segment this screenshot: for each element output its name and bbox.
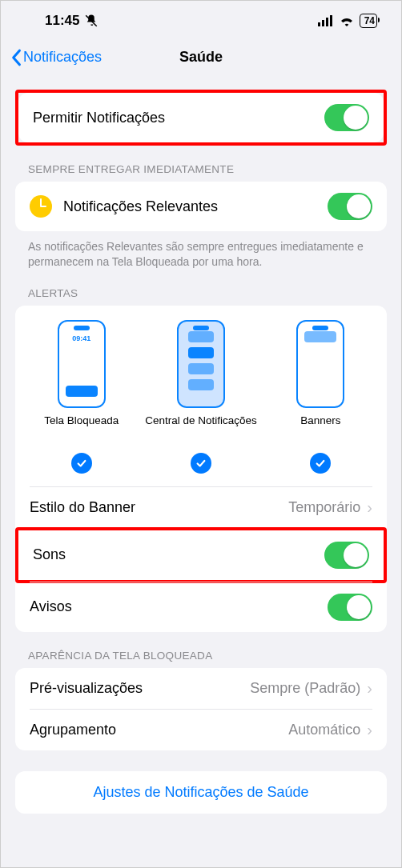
lockscreen-preview-icon: 09:41 [58,320,106,408]
svg-rect-4 [330,15,332,26]
page-title: Saúde [179,49,223,66]
allow-notifications-toggle[interactable] [324,104,369,131]
health-notification-settings-label: Ajustes de Notificações de Saúde [93,784,308,800]
lockscreen-header: APARÊNCIA DA TELA BLOQUEADA [1,632,401,668]
previews-label: Pré-visualizações [30,680,143,697]
badges-toggle[interactable] [328,594,372,621]
allow-notifications-label: Permitir Notificações [33,110,165,126]
status-bar: 11:45 74 [1,1,401,41]
banners-check[interactable] [310,453,331,474]
banner-style-value: Temporário [288,499,360,516]
cellular-icon [318,15,334,26]
health-notification-settings-link[interactable]: Ajustes de Notificações de Saúde [15,771,387,814]
badges-row[interactable]: Avisos [15,582,387,632]
checkmark-icon [76,458,87,469]
banners-preview-icon [296,320,344,408]
alert-banners-label: Banners [300,414,340,440]
banner-style-label: Estilo do Banner [30,499,135,516]
alert-lockscreen-label: Tela Bloqueada [44,414,119,440]
alert-center-option[interactable]: Central de Notificações [142,320,260,440]
alerts-header: ALERTAS [1,270,401,306]
status-right: 74 [318,14,377,28]
chevron-left-icon [10,49,22,66]
back-button[interactable]: Notificações [10,49,102,66]
grouping-value: Automático [288,722,360,738]
relevant-notifications-toggle[interactable] [328,193,372,220]
lockscreen-check[interactable] [71,453,92,474]
alert-lockscreen-option[interactable]: 09:41 Tela Bloqueada [22,320,141,440]
previews-row[interactable]: Pré-visualizações Sempre (Padrão) › [15,668,387,709]
alerts-preview-grid: 09:41 Tela Bloqueada Central de Notifica… [15,306,387,448]
center-check[interactable] [191,453,211,474]
wifi-icon [339,15,355,26]
deliver-footer: As notificações Relevantes são sempre en… [1,231,401,270]
alerts-check-row [15,448,387,486]
chevron-right-icon: › [367,679,372,698]
sounds-row[interactable]: Sons [18,530,384,580]
alert-banners-option[interactable]: Banners [261,320,380,440]
svg-rect-2 [322,20,324,26]
deliver-header: SEMPRE ENTREGAR IMEDIATAMENTE [1,146,401,182]
previews-value: Sempre (Padrão) [250,680,360,697]
banner-style-row[interactable]: Estilo do Banner Temporário › [15,487,387,528]
sounds-toggle[interactable] [324,542,369,569]
grouping-row[interactable]: Agrupamento Automático › [15,710,387,750]
chevron-right-icon: › [367,498,372,517]
grouping-label: Agrupamento [30,722,116,738]
clock-icon [30,195,52,218]
relevant-notifications-label: Notificações Relevantes [63,198,218,215]
sounds-highlight: Sons [15,527,387,583]
svg-rect-1 [318,22,320,26]
lockscreen-preview-time: 09:41 [59,334,104,342]
back-label: Notificações [23,49,102,66]
allow-notifications-highlight: Permitir Notificações [15,90,387,146]
status-left: 11:45 [45,13,98,29]
battery-indicator: 74 [360,14,377,28]
badges-label: Avisos [30,598,72,615]
battery-level: 74 [364,15,375,26]
checkmark-icon [195,458,207,469]
svg-rect-3 [326,18,328,26]
relevant-notifications-row[interactable]: Notificações Relevantes [15,182,387,231]
alert-center-label: Central de Notificações [145,414,257,440]
sounds-label: Sons [33,546,66,563]
status-time: 11:45 [45,13,79,29]
allow-notifications-row[interactable]: Permitir Notificações [18,93,384,142]
nav-header: Notificações Saúde [1,41,401,77]
notification-center-preview-icon [177,320,225,408]
chevron-right-icon: › [367,721,372,739]
mute-icon [84,14,98,28]
checkmark-icon [315,458,326,469]
